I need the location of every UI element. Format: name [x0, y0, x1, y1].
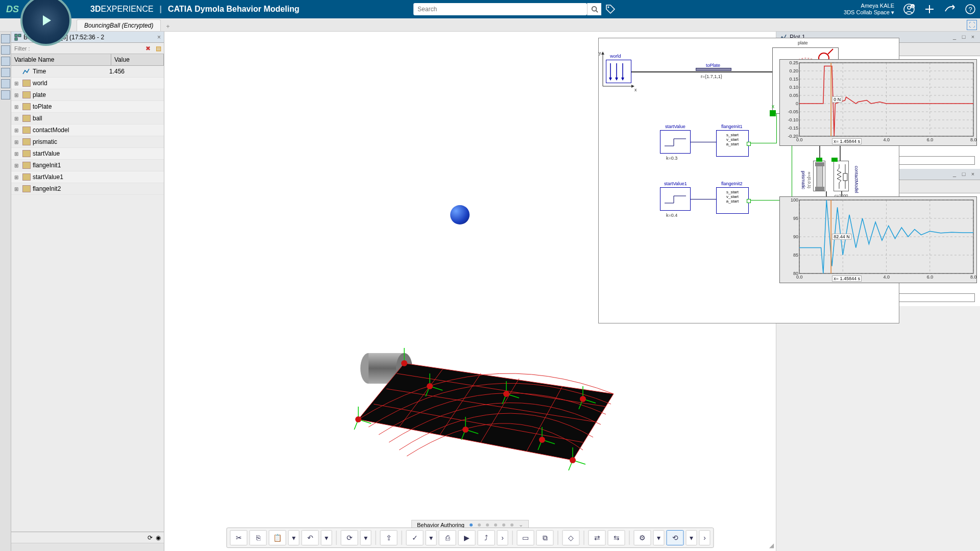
settings-button[interactable]: ⚙: [634, 530, 651, 545]
tree-row-contactModel[interactable]: ⊞contactModel: [11, 124, 164, 136]
check-button[interactable]: ✓: [406, 530, 424, 545]
rail-item-5[interactable]: [1, 79, 10, 88]
block-flangeinit2[interactable]: s_start v_start a_start: [716, 187, 749, 214]
expander-icon[interactable]: ⊞: [14, 186, 20, 192]
page-dot-1[interactable]: [470, 523, 473, 527]
expander-icon[interactable]: ⊞: [14, 92, 20, 98]
refresh-dropdown[interactable]: ▾: [360, 530, 372, 545]
page-dot-3[interactable]: [486, 523, 489, 527]
block-startvalue[interactable]: [660, 130, 691, 154]
page-dot-6[interactable]: [510, 523, 513, 527]
viewport-3d[interactable]: plate x y world y x toPlate: [164, 32, 776, 551]
svg-point-52: [570, 457, 576, 463]
plot2-canvas[interactable]: 808590951000.02.04.06.08.082.44 Nx= 1.45…: [779, 196, 977, 283]
share-button[interactable]: ⇪: [380, 530, 398, 545]
maximize-icon[interactable]: □: [960, 171, 968, 178]
rail-item-3[interactable]: [1, 57, 10, 66]
tab-bouncingball[interactable]: BouncingBall (Encrypted): [77, 19, 161, 31]
animate-button[interactable]: ⤴: [478, 530, 495, 545]
tree-row-ball[interactable]: ⊞ball: [11, 113, 164, 124]
expander-icon[interactable]: ⊞: [14, 128, 20, 133]
plot1-canvas[interactable]: -0.20-0.15-0.10-0.0500.050.100.150.200.2…: [779, 59, 977, 146]
block-prismatic[interactable]: [813, 161, 825, 191]
block-flangeinit1[interactable]: s_start v_start a_start: [716, 130, 749, 157]
page-dot-5[interactable]: [502, 523, 505, 527]
undo-button[interactable]: ↶: [302, 530, 319, 545]
resize-grip-icon[interactable]: ◢: [769, 542, 774, 549]
share-icon[interactable]: [944, 4, 955, 15]
expander-icon[interactable]: ⊞: [14, 116, 20, 121]
page-dot-2[interactable]: [478, 523, 481, 527]
translate-button[interactable]: ⎙: [439, 530, 456, 545]
maximize-icon[interactable]: □: [960, 34, 968, 41]
close-icon[interactable]: ×: [969, 171, 977, 178]
expander-icon[interactable]: ⊞: [14, 163, 20, 168]
minimize-icon[interactable]: _: [950, 34, 959, 41]
filter-clear-icon[interactable]: ✖: [143, 44, 153, 53]
tree-row-Time[interactable]: Time1.456: [11, 66, 164, 78]
rail-item-4[interactable]: [1, 68, 10, 77]
refresh-button[interactable]: ⟳: [341, 530, 358, 545]
rail-item-2[interactable]: [1, 45, 10, 55]
expander-icon[interactable]: ⊞: [14, 81, 20, 86]
cursor-y-label: 82.44 N: [832, 234, 851, 240]
col-variable-name[interactable]: Variable Name: [11, 54, 111, 65]
step-button[interactable]: ›: [497, 530, 508, 545]
expander-icon[interactable]: ⊞: [14, 151, 20, 157]
page-dot-4[interactable]: [494, 523, 497, 527]
filter-input[interactable]: [11, 45, 143, 52]
expander-icon[interactable]: ⊞: [14, 104, 20, 110]
add-tab-button[interactable]: +: [163, 22, 173, 31]
filter-settings-icon[interactable]: ▤: [154, 44, 163, 53]
view1-button[interactable]: ▭: [517, 530, 534, 545]
link2-button[interactable]: ⇆: [608, 530, 625, 545]
tree-row-startValue[interactable]: ⊞startValue: [11, 148, 164, 160]
user-icon[interactable]: 0: [903, 4, 915, 15]
help-icon[interactable]: ?: [965, 4, 976, 15]
user-block[interactable]: Ameya KALE 3DS Collab Space ▾: [844, 3, 894, 16]
copy-button[interactable]: ⎘: [250, 530, 267, 545]
rail-item-1[interactable]: [1, 34, 10, 43]
footer-icon-1[interactable]: ⟳: [148, 534, 153, 541]
next-button[interactable]: ›: [699, 530, 710, 545]
col-value[interactable]: Value: [111, 54, 164, 65]
block-startvalue1[interactable]: [660, 187, 691, 211]
plus-icon[interactable]: [924, 4, 935, 15]
tree-row-world[interactable]: ⊞world: [11, 78, 164, 89]
link1-button[interactable]: ⇄: [589, 530, 606, 545]
minimize-icon[interactable]: _: [950, 171, 959, 178]
block-contactmodel[interactable]: [834, 161, 849, 191]
paste-button[interactable]: 📋: [269, 530, 286, 545]
undo-dropdown[interactable]: ▾: [321, 530, 332, 545]
svg-point-46: [355, 416, 361, 422]
sidebar-scrollbar[interactable]: [11, 543, 164, 551]
expander-icon[interactable]: ⊞: [14, 174, 20, 180]
settings-dropdown[interactable]: ▾: [653, 530, 665, 545]
expand-icon[interactable]: ⛶: [967, 20, 977, 30]
footer-icon-2[interactable]: ◉: [156, 534, 161, 541]
simulate-button[interactable]: ▶: [458, 530, 476, 545]
tree-row-toPlate[interactable]: ⊞toPlate: [11, 101, 164, 113]
check-dropdown[interactable]: ▾: [426, 530, 437, 545]
tag-icon[interactable]: [605, 4, 616, 14]
compass-icon[interactable]: [20, 0, 71, 46]
search-input[interactable]: [413, 3, 587, 15]
cut-button[interactable]: ✂: [230, 530, 248, 545]
tree-row-flangeInit1[interactable]: ⊞flangeInit1: [11, 160, 164, 171]
close-icon[interactable]: ×: [157, 34, 161, 41]
tree-row-prismatic[interactable]: ⊞prismatic: [11, 136, 164, 148]
paste-dropdown[interactable]: ▾: [288, 530, 300, 545]
component-button[interactable]: ◇: [562, 530, 580, 545]
block-toplate[interactable]: [696, 68, 731, 71]
rail-item-6[interactable]: [1, 90, 10, 99]
search-button[interactable]: [587, 3, 601, 15]
sync-button[interactable]: ⟲: [667, 530, 684, 545]
expander-icon[interactable]: ⊞: [14, 139, 20, 145]
tree-row-flangeInit2[interactable]: ⊞flangeInit2: [11, 183, 164, 195]
tree-row-startValue1[interactable]: ⊞startValue1: [11, 171, 164, 183]
tree-row-plate[interactable]: ⊞plate: [11, 89, 164, 101]
view2-button[interactable]: ⧉: [536, 530, 554, 545]
close-icon[interactable]: ×: [969, 34, 977, 41]
sync-dropdown[interactable]: ▾: [686, 530, 697, 545]
tree-list[interactable]: Time1.456⊞world⊞plate⊞toPlate⊞ball⊞conta…: [11, 66, 164, 532]
